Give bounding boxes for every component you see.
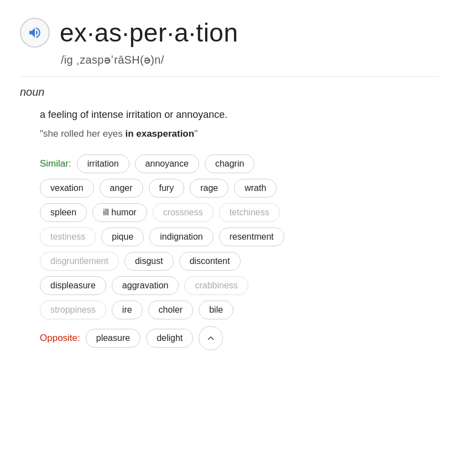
tag-fury[interactable]: fury (149, 179, 185, 198)
word-title: ex·as·per·a·tion (60, 18, 238, 48)
tag-chagrin[interactable]: chagrin (205, 154, 254, 173)
example-suffix: " (194, 128, 197, 139)
tag-pleasure[interactable]: pleasure (86, 329, 140, 348)
tag-aggravation[interactable]: aggravation (112, 276, 179, 295)
speaker-icon (28, 25, 42, 40)
phonetic: /ig ˌzaspəˈrāSH(ə)n/ (61, 53, 438, 66)
tag-ire[interactable]: ire (112, 301, 143, 319)
similar-row-1: Similar: irritation annoyance chagrin (40, 154, 438, 173)
divider (20, 76, 438, 77)
tag-spleen[interactable]: spleen (40, 203, 87, 222)
dictionary-card: ex·as·per·a·tion /ig ˌzaspəˈrāSH(ə)n/ no… (0, 0, 458, 476)
similar-row-6: displeasure aggravation crabbiness (40, 276, 438, 295)
tag-indignation[interactable]: indignation (149, 227, 213, 246)
tag-choler[interactable]: choler (148, 301, 194, 319)
tag-anger[interactable]: anger (100, 179, 143, 198)
opposite-label: Opposite: (40, 333, 80, 344)
similar-section: Similar: irritation annoyance chagrin ve… (40, 154, 438, 319)
part-of-speech: noun (20, 86, 438, 99)
tag-bile[interactable]: bile (199, 301, 233, 319)
tag-discontent[interactable]: discontent (179, 252, 241, 271)
tag-stroppiness[interactable]: stroppiness (40, 301, 106, 319)
opposite-row: Opposite: pleasure delight (40, 326, 438, 350)
speaker-button[interactable] (20, 18, 50, 48)
similar-row-3: spleen ill humor crossness tetchiness (40, 203, 438, 222)
tag-annoyance[interactable]: annoyance (135, 154, 199, 173)
tag-vexation[interactable]: vexation (40, 179, 94, 198)
tag-disgruntlement[interactable]: disgruntlement (40, 252, 119, 271)
similar-row-5: disgruntlement disgust discontent (40, 252, 438, 271)
example-prefix: "she rolled her eyes (40, 128, 125, 139)
example-sentence: "she rolled her eyes in exasperation" (40, 127, 438, 141)
word-header: ex·as·per·a·tion (20, 18, 438, 48)
tag-crabbiness[interactable]: crabbiness (184, 276, 248, 295)
collapse-button[interactable] (199, 326, 223, 350)
tag-pique[interactable]: pique (101, 227, 144, 246)
tag-resentment[interactable]: resentment (219, 227, 284, 246)
example-bold: in exasperation (125, 128, 194, 139)
tag-ill-humor[interactable]: ill humor (92, 203, 147, 222)
tag-displeasure[interactable]: displeasure (40, 276, 106, 295)
tag-rage[interactable]: rage (190, 179, 228, 198)
similar-row-2: vexation anger fury rage wrath (40, 179, 438, 198)
tag-crossness[interactable]: crossness (153, 203, 214, 222)
similar-row-7: stroppiness ire choler bile (40, 301, 438, 319)
tag-testiness[interactable]: testiness (40, 227, 96, 246)
chevron-up-icon (206, 333, 216, 343)
tag-disgust[interactable]: disgust (124, 252, 174, 271)
similar-row-4: testiness pique indignation resentment (40, 227, 438, 246)
definition-text: a feeling of intense irritation or annoy… (40, 107, 438, 122)
tag-wrath[interactable]: wrath (234, 179, 277, 198)
tag-tetchiness[interactable]: tetchiness (219, 203, 280, 222)
similar-label: Similar: (40, 158, 71, 169)
tag-irritation[interactable]: irritation (77, 154, 129, 173)
tag-delight[interactable]: delight (146, 329, 193, 348)
